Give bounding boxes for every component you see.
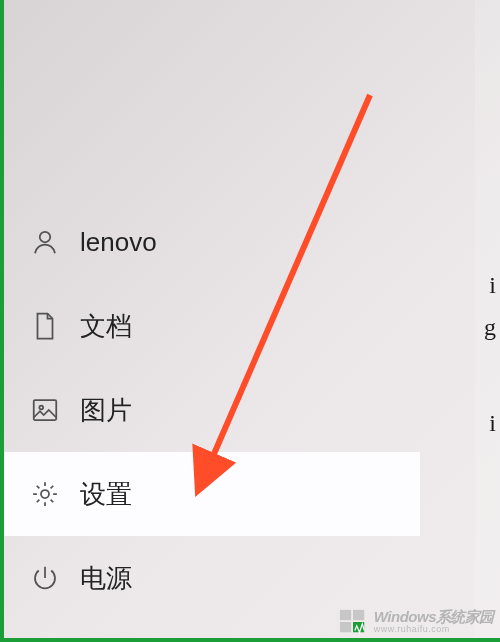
document-icon [30,311,80,341]
start-menu-left-panel: lenovo 文档 图片 设置 [0,0,420,642]
svg-rect-1 [34,400,57,420]
watermark-logo-icon [338,608,368,636]
side-letter: i [489,272,496,299]
svg-rect-8 [340,622,351,632]
menu-item-label: lenovo [80,227,157,258]
svg-rect-6 [340,610,351,620]
user-icon [30,227,80,257]
menu-item-user[interactable]: lenovo [0,200,420,284]
watermark-url: www.ruhaifu.com [374,625,494,634]
pictures-icon [30,395,80,425]
watermark-text: Windows系统家园 [374,609,494,625]
watermark: Windows系统家园 www.ruhaifu.com [338,608,494,636]
menu-item-documents[interactable]: 文档 [0,284,420,368]
svg-point-3 [41,490,49,498]
menu-item-settings[interactable]: 设置 [0,452,420,536]
menu-item-pictures[interactable]: 图片 [0,368,420,452]
side-letter: g [484,314,496,341]
menu-item-label: 文档 [80,309,132,344]
svg-point-2 [39,406,43,410]
svg-rect-7 [353,610,364,620]
svg-point-0 [40,232,51,243]
menu-item-label: 图片 [80,393,132,428]
menu-item-label: 电源 [80,561,132,596]
side-letter-column: i g i [475,0,500,642]
side-letter: i [489,410,496,437]
power-icon [30,563,80,593]
menu-item-label: 设置 [80,477,132,512]
gear-icon [30,479,80,509]
